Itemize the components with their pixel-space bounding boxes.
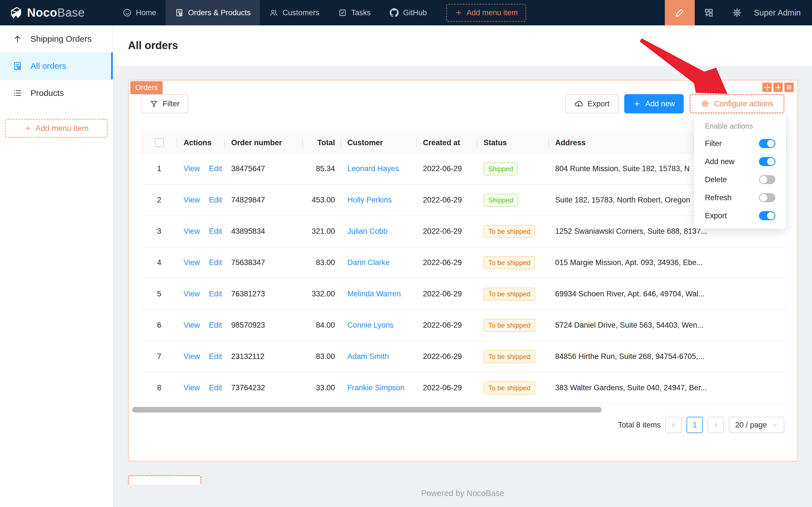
enable-action-item[interactable]: Filter — [694, 134, 786, 153]
github-icon — [389, 8, 399, 17]
nav-item-tasks[interactable]: Tasks — [329, 0, 380, 25]
edit-link[interactable]: Edit — [209, 290, 222, 298]
export-button[interactable]: Export — [565, 94, 618, 113]
view-link[interactable]: View — [183, 352, 200, 361]
created-at-cell: 2022-06-29 — [417, 290, 477, 298]
customer-cell: Holly Perkins — [341, 196, 417, 205]
edit-link[interactable]: Edit — [209, 384, 222, 392]
total-cell: 83.00 — [303, 352, 341, 361]
drag-icon[interactable] — [762, 82, 772, 92]
filter-button[interactable]: Filter — [141, 94, 188, 113]
edit-link[interactable]: Edit — [209, 196, 222, 205]
sidebar-item-all-orders[interactable]: All orders — [0, 52, 113, 79]
plugin-manager-button[interactable] — [695, 0, 723, 25]
nav-item-github[interactable]: GitHub — [380, 0, 436, 25]
customer-link[interactable]: Adam Smith — [347, 352, 389, 361]
toggle-switch[interactable] — [759, 193, 775, 202]
created-at-cell: 2022-06-29 — [417, 164, 477, 173]
page-size-select[interactable]: 20 / page — [729, 417, 785, 433]
horizontal-scrollbar[interactable] — [132, 407, 602, 412]
customer-link[interactable]: Frankie Simpson — [347, 384, 405, 392]
next-page-button[interactable] — [708, 417, 724, 433]
address-cell: 69934 Schoen River, Apt. 646, 49704, Wal… — [549, 290, 787, 298]
status-cell: To be shipped — [477, 288, 549, 300]
toggle-switch[interactable] — [759, 139, 775, 148]
add-new-button[interactable]: Add new — [624, 94, 684, 113]
toolbar-actions: Export Add new Configure actions — [565, 94, 785, 113]
edit-link[interactable]: Edit — [209, 352, 222, 361]
toggle-knob — [767, 158, 774, 165]
table-row: 3 View Edit 43895834 321.00 Julian Cobb … — [141, 216, 787, 247]
navbar-add-menu-item-button[interactable]: Add menu item — [446, 4, 526, 22]
menu-icon[interactable] — [785, 82, 794, 92]
view-link[interactable]: View — [183, 384, 200, 392]
user-menu[interactable]: Super Admin — [751, 8, 812, 17]
total-cell: 85.34 — [303, 164, 341, 173]
enable-actions-list: Filter Add new Delete Refresh Export — [694, 134, 786, 225]
ui-editor-button[interactable] — [665, 0, 695, 25]
row-index: 3 — [141, 227, 177, 236]
customer-link[interactable]: Leonard Hayes — [347, 164, 399, 173]
edit-link[interactable]: Edit — [209, 164, 222, 173]
toggle-switch[interactable] — [759, 175, 775, 184]
orders-table: Actions Order number Total Customer Crea… — [141, 132, 787, 404]
row-actions: View Edit — [177, 196, 225, 205]
plus-icon — [455, 9, 463, 17]
created-at-cell: 2022-06-29 — [417, 321, 477, 330]
enable-action-item[interactable]: Refresh — [694, 189, 786, 207]
add-icon[interactable] — [773, 82, 783, 92]
edit-link[interactable]: Edit — [209, 227, 222, 236]
current-page-button[interactable]: 1 — [687, 417, 703, 433]
row-index: 5 — [141, 290, 177, 298]
enable-action-item[interactable]: Add new — [694, 153, 786, 171]
total-cell: 83.00 — [303, 258, 341, 267]
row-actions: View Edit — [177, 258, 225, 267]
table-header-row: Actions Order number Total Customer Crea… — [141, 132, 787, 153]
view-link[interactable]: View — [183, 258, 200, 267]
sidebar-add-menu-item-button[interactable]: Add menu item — [5, 119, 108, 137]
nav-item-customers[interactable]: Customers — [260, 0, 329, 25]
sidebar-item-shipping-orders[interactable]: Shipping Orders — [0, 25, 113, 52]
enable-action-item[interactable]: Delete — [694, 171, 786, 189]
row-actions: View Edit — [177, 227, 225, 236]
customer-link[interactable]: Julian Cobb — [347, 227, 388, 236]
sidebar-item-products[interactable]: Products — [0, 79, 113, 107]
table-row: 5 View Edit 76381273 332.00 Melinda Warr… — [141, 279, 787, 310]
customer-cell: Melinda Warren — [341, 290, 417, 298]
column-header-customer: Customer — [341, 138, 417, 147]
customer-cell: Frankie Simpson — [341, 384, 417, 392]
order-number-cell: 43895834 — [225, 227, 303, 236]
enable-actions-dropdown: Enable actions Filter Add new Delete Ref… — [694, 115, 786, 229]
customer-link[interactable]: Holly Perkins — [347, 196, 392, 205]
customer-cell: Julian Cobb — [341, 227, 417, 236]
toggle-switch[interactable] — [759, 157, 775, 166]
row-index: 1 — [141, 164, 177, 173]
total-cell: 33.00 — [303, 384, 341, 392]
configure-actions-button[interactable]: Configure actions — [690, 94, 785, 113]
edit-link[interactable]: Edit — [209, 258, 222, 267]
prev-page-button[interactable] — [665, 417, 682, 433]
enable-action-label: Delete — [705, 175, 727, 184]
view-link[interactable]: View — [183, 164, 200, 173]
enable-action-item[interactable]: Export — [694, 207, 786, 225]
cloud-download-icon — [574, 99, 583, 108]
customer-link[interactable]: Melinda Warren — [347, 290, 401, 298]
settings-button[interactable] — [723, 0, 751, 25]
table-row: 7 View Edit 23132112 83.00 Adam Smith 20… — [141, 341, 787, 373]
view-link[interactable]: View — [183, 196, 200, 205]
nocobase-logo[interactable]: NocoBase — [0, 0, 113, 25]
customer-link[interactable]: Connie Lyons — [347, 321, 394, 330]
checkbox[interactable] — [155, 138, 164, 147]
customer-link[interactable]: Darin Clarke — [347, 258, 390, 267]
view-link[interactable]: View — [183, 290, 200, 298]
nav-item-home[interactable]: Home — [113, 0, 166, 25]
select-all-checkbox[interactable] — [141, 138, 177, 147]
add-block-button[interactable]: + Add block — [128, 475, 201, 485]
nav-item-orders-products[interactable]: Orders & Products — [166, 0, 260, 25]
edit-link[interactable]: Edit — [209, 321, 222, 330]
view-link[interactable]: View — [183, 321, 200, 330]
gear-icon — [701, 99, 710, 108]
view-link[interactable]: View — [183, 227, 200, 236]
toggle-switch[interactable] — [759, 211, 775, 220]
row-index: 6 — [141, 321, 177, 330]
